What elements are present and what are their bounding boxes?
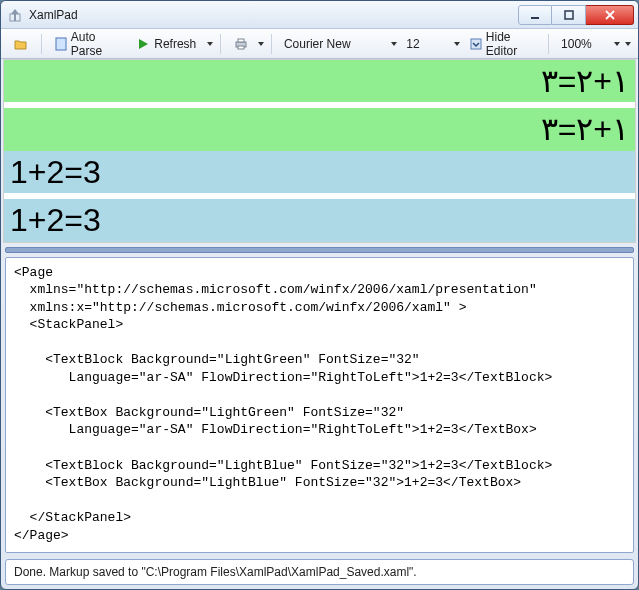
separator [41, 34, 42, 54]
splitter[interactable] [5, 247, 634, 253]
toolbar: Auto Parse Refresh Courier New [1, 29, 638, 59]
app-window: XamlPad Auto Parse [0, 0, 639, 590]
svg-rect-6 [238, 46, 244, 49]
preview-textbox-en[interactable]: 1+2=3 [4, 199, 635, 241]
font-size-value: 12 [406, 37, 419, 51]
page-icon [55, 37, 67, 51]
auto-parse-button[interactable]: Auto Parse [48, 27, 127, 61]
separator [271, 34, 272, 54]
collapse-icon [470, 37, 482, 51]
svg-rect-5 [238, 39, 244, 42]
svg-rect-3 [56, 38, 66, 50]
minimize-button[interactable] [518, 5, 552, 25]
window-buttons [518, 5, 634, 25]
preview-stackpanel: ١+٢=٣ ١+٢=٣ 1+2=3 1+2=3 [4, 60, 635, 242]
hide-editor-label: Hide Editor [486, 30, 535, 58]
editor-pane: <Page xmlns="http://schemas.microsoft.co… [5, 257, 634, 553]
svg-rect-1 [531, 17, 539, 19]
preview-textblock-en: 1+2=3 [4, 151, 635, 193]
print-dropdown[interactable] [257, 36, 265, 52]
preview-pane: ١+٢=٣ ١+٢=٣ 1+2=3 1+2=3 [3, 59, 636, 243]
status-text: Done. Markup saved to "C:\Program Files\… [14, 565, 417, 579]
close-button[interactable] [586, 5, 634, 25]
overflow-dropdown[interactable] [624, 36, 632, 52]
app-icon [7, 7, 23, 23]
separator [548, 34, 549, 54]
refresh-button[interactable]: Refresh [129, 34, 203, 54]
window-title: XamlPad [29, 8, 518, 22]
font-family-dropdown[interactable] [390, 36, 398, 52]
separator [220, 34, 221, 54]
xaml-editor[interactable]: <Page xmlns="http://schemas.microsoft.co… [6, 258, 633, 552]
open-button[interactable] [7, 34, 35, 54]
font-size-combo[interactable]: 12 [400, 35, 450, 53]
svg-rect-2 [565, 11, 573, 19]
preview-textblock-ar: ١+٢=٣ [4, 60, 635, 102]
maximize-button[interactable] [552, 5, 586, 25]
auto-parse-label: Auto Parse [71, 30, 120, 58]
play-icon [136, 37, 150, 51]
font-family-value: Courier New [284, 37, 351, 51]
hide-editor-button[interactable]: Hide Editor [463, 27, 542, 61]
refresh-label: Refresh [154, 37, 196, 51]
zoom-dropdown[interactable] [613, 36, 621, 52]
preview-textbox-ar[interactable]: ١+٢=٣ [4, 108, 635, 150]
print-button[interactable] [227, 34, 255, 54]
print-icon [234, 37, 248, 51]
zoom-value: 100% [561, 37, 592, 51]
refresh-dropdown[interactable] [205, 36, 213, 52]
font-size-dropdown[interactable] [452, 36, 460, 52]
svg-rect-7 [471, 39, 481, 49]
font-family-combo[interactable]: Courier New [278, 35, 388, 53]
titlebar: XamlPad [1, 1, 638, 29]
zoom-combo[interactable]: 100% [555, 35, 611, 53]
folder-open-icon [14, 37, 28, 51]
statusbar: Done. Markup saved to "C:\Program Files\… [5, 559, 634, 585]
